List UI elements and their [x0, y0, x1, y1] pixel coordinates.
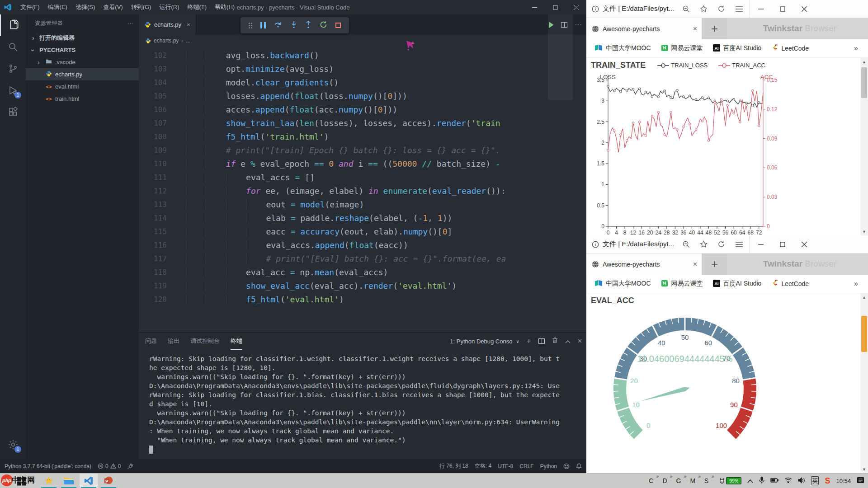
scroll-thumb[interactable] [861, 316, 867, 352]
code-line-110[interactable]: 110 if e % eval_epoch == 0 and i == ((50… [139, 157, 586, 171]
menu-icon[interactable] [735, 241, 743, 248]
extensions-icon[interactable] [0, 101, 26, 123]
refresh-icon[interactable] [717, 5, 725, 13]
explorer-icon[interactable] [0, 14, 26, 36]
start-button[interactable]: php 中文网 [0, 474, 40, 488]
volume-icon[interactable] [798, 477, 805, 485]
panel-tab-问题[interactable]: 问题 [145, 333, 157, 350]
bookmark-leetcode[interactable]: LeetCode [769, 277, 811, 290]
battery-indicator[interactable]: 99% [719, 477, 741, 484]
minimize-button[interactable] [524, 0, 545, 14]
minimap[interactable] [548, 14, 561, 277]
clock[interactable]: 10:54 [836, 478, 851, 484]
browser-tab[interactable]: Awesome-pyecharts × [586, 18, 702, 39]
terminal-output[interactable]: rWarning: Skip loading for classifier.1.… [149, 354, 579, 454]
bookmark-netease-book[interactable]: 网易云课堂 [658, 42, 706, 55]
editor-more-actions[interactable]: ··· [575, 21, 582, 29]
maximize-panel-icon[interactable] [565, 337, 571, 345]
tab-close-icon[interactable]: × [693, 25, 697, 33]
code-line-118[interactable]: 118 eval_acc = np.mean(eval_accs) [139, 266, 586, 279]
problems-status[interactable]: 0 0 [98, 463, 121, 469]
tray-toolbar-D[interactable]: D» [662, 477, 671, 484]
close-button[interactable] [793, 236, 815, 253]
breadcrumb-symbol[interactable]: ... [186, 38, 190, 44]
power-icon[interactable] [770, 478, 778, 484]
wifi-icon[interactable] [784, 477, 792, 484]
info-icon[interactable] [592, 241, 599, 248]
menu-icon[interactable] [735, 6, 743, 12]
code-line-109[interactable]: 109 # print("[train] Epoch {} batch {}: … [139, 144, 586, 157]
feedback-smiley-icon[interactable] [563, 463, 570, 469]
tray-toolbar-S[interactable]: S» [704, 477, 713, 484]
code-line-120[interactable]: 120 f5_html('eval.html') [139, 293, 586, 306]
code-line-105[interactable]: 105 losses.append(float(loss.numpy()[0])… [139, 89, 586, 103]
new-tab-button[interactable]: + [702, 18, 727, 39]
menu-G[interactable]: 转到(G) [127, 0, 156, 14]
close-button[interactable] [566, 0, 586, 14]
info-icon[interactable] [592, 5, 599, 13]
code-line-115[interactable]: 115 eacc = accuracy(eout, elab).numpy()[… [139, 225, 586, 239]
taskbar-app-browser[interactable] [40, 474, 58, 488]
cursor-position[interactable]: 行 76, 列 18 [439, 462, 468, 470]
tree-item-echarts-py[interactable]: echarts.py [26, 68, 139, 80]
menu-H[interactable]: 帮助(H) [211, 0, 239, 14]
close-button[interactable] [793, 0, 815, 18]
address-bar[interactable]: 文件 | E:/dataFiles/pyt... [586, 235, 868, 253]
ime-indicator[interactable]: 英 [811, 476, 819, 485]
scroll-up-arrow[interactable]: ▲ [860, 58, 868, 66]
code-line-104[interactable]: 104 model.clear_gradients() [139, 76, 586, 89]
debug-restart-button[interactable] [320, 21, 327, 30]
menu-E[interactable]: 编辑(E) [44, 0, 71, 14]
kill-terminal-icon[interactable] [552, 337, 558, 345]
maximize-button[interactable] [772, 236, 793, 253]
code-line-102[interactable]: 102 avg_loss.backward() [139, 49, 586, 62]
taskbar-app-explorer[interactable] [60, 474, 78, 488]
taskbar-app-vscode[interactable] [80, 474, 98, 488]
code-line-108[interactable]: 108 f5_html('train.html') [139, 130, 586, 144]
taskbar-app-powerpoint[interactable]: P [99, 474, 118, 488]
code-line-119[interactable]: 119 show_eval_acc(eval_acc).render('eval… [139, 279, 586, 293]
code-line-114[interactable]: 114 elab = paddle.reshape(elabel, (-1, 1… [139, 211, 586, 225]
code-editor[interactable]: 102 avg_loss.backward()103 opt.minimize(… [139, 49, 586, 332]
debug-step-over-button[interactable] [274, 21, 282, 30]
tray-toolbar-G[interactable]: G» [676, 477, 686, 484]
tray-toolbar-M[interactable]: M» [690, 477, 700, 484]
debug-pause-button[interactable] [260, 22, 266, 28]
open-editors-section[interactable]: ›打开的编辑器 [26, 32, 139, 44]
tab-close-icon[interactable]: × [187, 21, 190, 28]
scroll-thumb[interactable] [861, 67, 867, 98]
tray-expand-chevron[interactable] [747, 478, 753, 484]
tree-item-eval-html[interactable]: <>eval.html [26, 80, 139, 93]
legend-item-TRAIN_LOSS[interactable]: TRAIN_LOSS [657, 62, 708, 69]
terminal-selector-dropdown[interactable]: 1: Python Debug Conso∨ [450, 338, 519, 345]
menu-V[interactable]: 查看(V) [99, 0, 127, 14]
new-tab-button[interactable]: + [702, 253, 727, 275]
explorer-more-actions[interactable]: ··· [127, 20, 133, 26]
debug-toolbar-grip[interactable] [249, 23, 252, 28]
source-control-icon[interactable] [0, 58, 26, 80]
tab-echarts-py[interactable]: echarts.py × [139, 14, 196, 35]
tree-item--vscode[interactable]: ›.vscode [26, 56, 139, 68]
menu-S[interactable]: 选择(S) [71, 0, 99, 14]
debug-step-into-button[interactable] [291, 21, 297, 30]
breadcrumb-file[interactable]: echarts.py [154, 38, 179, 44]
favorite-star-icon[interactable] [700, 5, 708, 13]
eol-sequence[interactable]: CRLF [519, 463, 533, 469]
code-line-107[interactable]: 107 show_train_laa(len(losses), losses, … [139, 117, 586, 130]
address-bar[interactable]: 文件 | E:/dataFiles/pyt... [586, 0, 868, 18]
bookmark-ai-square[interactable]: AI百度AI Studio [710, 42, 764, 55]
maximize-button[interactable] [545, 0, 566, 14]
code-line-117[interactable]: 117 # print("[Eval] batch {}: acc = {}".… [139, 252, 586, 266]
bookmarks-overflow-chevron[interactable]: » [854, 44, 864, 52]
menu-T[interactable]: 终端(T) [183, 0, 211, 14]
panel-tab-调试控制台[interactable]: 调试控制台 [190, 333, 220, 350]
close-panel-icon[interactable]: × [578, 337, 582, 345]
code-line-113[interactable]: 113 eout = model(eimage) [139, 198, 586, 211]
legend-item-TRAIN_ACC[interactable]: TRAIN_ACC [718, 62, 765, 69]
bookmark-mooc-flag[interactable]: 中国大学MOOC [592, 278, 654, 290]
minimize-button[interactable] [750, 236, 772, 253]
scroll-down-arrow[interactable]: ▼ [860, 228, 868, 235]
bookmark-mooc-flag[interactable]: 中国大学MOOC [592, 42, 654, 54]
search-icon[interactable] [0, 36, 26, 58]
browser-tab[interactable]: Awesome-pyecharts × [586, 253, 702, 275]
